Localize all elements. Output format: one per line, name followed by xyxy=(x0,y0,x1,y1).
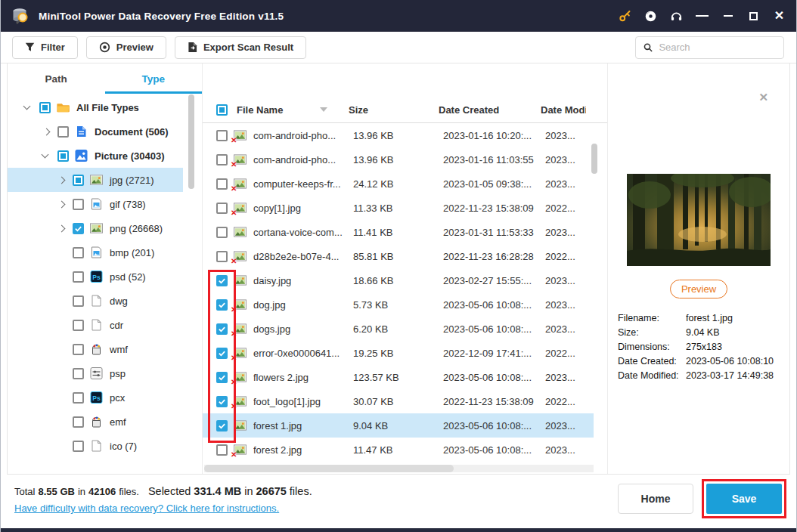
tree-item[interactable]: jpg (2721) xyxy=(8,168,183,192)
row-checkbox[interactable] xyxy=(216,154,228,165)
column-header-date-created[interactable]: Date Created xyxy=(439,104,541,116)
table-row[interactable]: dog.jpg5.73 KB2023-05-06 10:08:...2023..… xyxy=(203,292,594,317)
tree-item-checkbox[interactable] xyxy=(57,126,69,138)
filter-button[interactable]: Filter xyxy=(12,36,78,59)
home-button[interactable]: Home xyxy=(618,484,693,514)
tree-item-label: emf xyxy=(110,416,126,428)
sidebar-scrollbar-thumb[interactable] xyxy=(188,94,194,189)
tree-item[interactable]: Pspsd (52) xyxy=(8,264,202,289)
chevron-right-icon[interactable] xyxy=(57,178,73,183)
tree-item[interactable]: All File Types xyxy=(8,95,202,119)
tree-item-checkbox[interactable] xyxy=(73,271,84,283)
tree-item[interactable]: png (26668) xyxy=(8,216,202,240)
tree-item-checkbox[interactable] xyxy=(73,247,84,258)
image-icon xyxy=(90,198,104,211)
column-header-size[interactable]: Size xyxy=(349,104,439,116)
tree-item-checkbox[interactable] xyxy=(39,102,51,113)
row-checkbox[interactable] xyxy=(216,348,228,359)
row-checkbox[interactable] xyxy=(216,178,228,190)
tree-item-checkbox[interactable] xyxy=(73,441,84,452)
menu-icon[interactable] xyxy=(696,10,709,23)
tree-item[interactable]: emf xyxy=(8,410,202,434)
chevron-right-icon[interactable] xyxy=(42,129,57,135)
deleted-photo-file-icon xyxy=(234,323,247,335)
chevron-down-icon[interactable] xyxy=(42,154,57,157)
table-row[interactable]: foot_logo[1].jpg30.07 KB2022-11-23 15:38… xyxy=(203,389,594,413)
file-name-cell: error-0xe0000641... xyxy=(253,348,347,359)
tree-item-checkbox[interactable] xyxy=(57,150,69,162)
tree-item[interactable]: cdr xyxy=(8,313,202,337)
tree-item-checkbox[interactable] xyxy=(73,295,84,307)
row-checkbox[interactable] xyxy=(216,323,228,335)
minimize-icon[interactable] xyxy=(721,10,734,23)
horizontal-scrollbar-thumb[interactable] xyxy=(204,465,454,472)
tree-item-checkbox[interactable] xyxy=(73,320,84,331)
table-row[interactable]: com-android-pho...13.96 KB2023-01-16 10:… xyxy=(203,123,594,147)
help-link[interactable]: Have difficulty with data recovery? Clic… xyxy=(14,503,279,514)
preview-close-icon[interactable]: ✕ xyxy=(758,91,768,103)
file-name-cell: cortana-voice-com... xyxy=(253,227,347,238)
table-horizontal-scrollbar[interactable] xyxy=(204,465,594,472)
table-row[interactable]: daisy.jpg18.66 KB2023-02-27 15:55:...202… xyxy=(203,268,594,292)
tree-item-checkbox[interactable] xyxy=(73,223,84,234)
chevron-right-icon[interactable] xyxy=(57,226,73,231)
tree-item-checkbox[interactable] xyxy=(73,344,84,355)
row-checkbox[interactable] xyxy=(216,275,228,286)
save-button[interactable]: Save xyxy=(706,484,782,514)
tree-item[interactable]: dwg xyxy=(8,289,202,313)
tree-item-checkbox[interactable] xyxy=(73,392,84,404)
file-size-cell: 5.73 KB xyxy=(353,299,437,311)
table-row[interactable]: flowers 2.jpg123.57 KB2023-05-06 10:08:.… xyxy=(203,365,594,389)
table-row[interactable]: forest 1.jpg9.04 KB2023-05-06 10:08:...2… xyxy=(203,413,594,438)
disc-icon[interactable] xyxy=(644,10,657,23)
sort-arrow-icon[interactable] xyxy=(320,107,327,112)
headphones-icon[interactable] xyxy=(670,10,683,23)
tree-item[interactable]: bmp (201) xyxy=(8,240,202,264)
tree-item[interactable]: Pspcx xyxy=(8,385,202,410)
table-row[interactable]: dogs.jpg6.20 KB2023-05-06 10:08:...2023.… xyxy=(203,317,594,341)
tree-item[interactable]: ico (7) xyxy=(8,434,202,458)
preview-action-button[interactable]: Preview xyxy=(670,280,727,298)
preview-button[interactable]: Preview xyxy=(86,36,166,59)
tree-item-checkbox[interactable] xyxy=(73,175,84,186)
column-header-date-modified[interactable]: Date Modif xyxy=(541,104,586,116)
table-row[interactable]: copy[1].jpg11.33 KB2022-11-23 15:38:0920… xyxy=(203,196,594,220)
tree-item-label: wmf xyxy=(110,344,128,355)
table-row[interactable]: com-android-pho...13.96 KB2023-01-16 11:… xyxy=(203,147,594,172)
chevron-down-icon[interactable] xyxy=(24,106,39,109)
tree-item[interactable]: psp xyxy=(8,361,202,385)
row-checkbox[interactable] xyxy=(216,444,228,456)
tree-item[interactable]: wmf xyxy=(8,337,202,361)
tree-item-checkbox[interactable] xyxy=(73,199,84,210)
row-checkbox[interactable] xyxy=(216,251,228,262)
tab-path[interactable]: Path xyxy=(8,66,105,94)
table-row[interactable]: cortana-voice-com...11.41 KB2023-01-31 1… xyxy=(203,220,594,244)
tree-item[interactable]: Document (506) xyxy=(8,119,202,144)
table-row[interactable]: computer-keeps-fr...24.12 KB2023-01-05 0… xyxy=(203,172,594,196)
chevron-right-icon[interactable] xyxy=(57,202,73,207)
tab-type[interactable]: Type xyxy=(105,66,203,94)
search-input[interactable] xyxy=(659,42,776,53)
row-checkbox[interactable] xyxy=(216,396,228,407)
table-row[interactable]: error-0xe0000641...19.25 KB2022-12-09 17… xyxy=(203,341,594,365)
date-modified-cell: 2023... xyxy=(545,275,591,286)
maximize-icon[interactable] xyxy=(747,10,760,23)
key-icon[interactable] xyxy=(619,10,631,23)
table-vertical-scrollbar-thumb[interactable] xyxy=(591,144,597,174)
table-row[interactable]: d28b2e2e-b07e-4...85.81 KB2022-11-23 16:… xyxy=(203,244,594,268)
tree-item[interactable]: gif (738) xyxy=(8,192,202,216)
row-checkbox[interactable] xyxy=(216,130,228,141)
tree-item-checkbox[interactable] xyxy=(73,416,84,428)
row-checkbox[interactable] xyxy=(216,227,228,238)
export-scan-result-button[interactable]: Export Scan Result xyxy=(175,36,306,59)
close-icon[interactable]: ✕ xyxy=(773,10,786,23)
column-header-file-name[interactable]: File Name xyxy=(237,104,320,116)
select-all-checkbox[interactable] xyxy=(216,104,228,116)
row-checkbox[interactable] xyxy=(216,203,228,214)
tree-item[interactable]: Picture (30403) xyxy=(8,144,202,168)
row-checkbox[interactable] xyxy=(216,420,228,431)
table-row[interactable]: forest 2.jpg11.47 KB2023-05-06 10:08:...… xyxy=(203,438,594,462)
tree-item-checkbox[interactable] xyxy=(73,368,84,379)
row-checkbox[interactable] xyxy=(216,372,228,383)
row-checkbox[interactable] xyxy=(216,299,228,311)
